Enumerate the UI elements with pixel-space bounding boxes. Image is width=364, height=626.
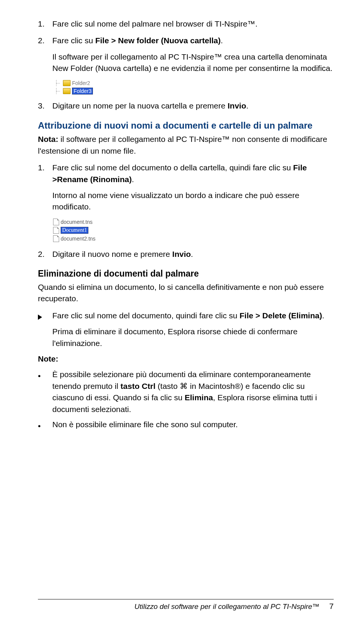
step-description: Il software per il collegamento al PC TI… (52, 51, 334, 74)
step-body: Digitare un nome per la nuova cartella e… (52, 100, 334, 112)
menu-path: File > Delete (Elimina) (240, 311, 322, 320)
key-name: Invio (172, 250, 191, 258)
document-label: document2.tns (61, 236, 96, 242)
bullet-body: Fare clic sul nome del documento, quindi… (52, 310, 334, 349)
document-icon (53, 227, 59, 234)
bullet-body: Non è possibile eliminare file che sono … (52, 419, 334, 432)
folder-icon (63, 80, 71, 86)
command-name: Elimina (185, 393, 213, 402)
dot-bullet-icon (38, 419, 52, 432)
step-text: . (246, 101, 248, 110)
step-text: Digitare il nuovo nome e premere (52, 250, 172, 258)
bullet-description: Prima di eliminare il documento, Esplora… (52, 326, 334, 349)
folder-label: Folder2 (72, 80, 90, 86)
step-text: . (132, 175, 134, 184)
note-prefix: Nota: (38, 135, 58, 143)
step-text: Fare clic su (52, 36, 95, 45)
page-footer: Utilizzo del software per il collegament… (38, 599, 334, 611)
heading-rename: Attribuzione di nuovi nomi a documenti e… (38, 120, 334, 131)
tree-connector-icon (53, 80, 61, 86)
step-number: 1. (38, 18, 52, 30)
delete-bullet: Fare clic sul nome del documento, quindi… (38, 310, 334, 349)
step-body: Fare clic sul nome del documento o della… (52, 162, 334, 213)
tree-connector-icon (53, 88, 61, 94)
step-body: Fare clic sul nome del palmare nel brows… (52, 18, 334, 30)
triangle-bullet-icon (38, 310, 52, 349)
document-icon (53, 219, 59, 225)
menu-path: File > New folder (Nuova cartella) (95, 36, 221, 45)
document-label: document.tns (61, 219, 93, 225)
step-text: Digitare un nome per la nuova cartella e… (52, 101, 228, 110)
step-body: Fare clic su File > New folder (Nuova ca… (52, 35, 334, 74)
notes-label: Note: (38, 354, 334, 363)
bullet-text: Fare clic sul nome del documento, quindi… (52, 311, 240, 320)
step-number: 1. (38, 162, 52, 213)
step-number: 2. (38, 249, 52, 260)
note-bullet-1: È possibile selezionare più documenti da… (38, 369, 334, 415)
document-label-selected: Document1 (61, 227, 88, 234)
key-name: Invio (228, 101, 246, 110)
folder-icon (63, 88, 71, 94)
document-list-screenshot: document.tns Document1 document2.tns (52, 218, 334, 242)
folder-label-selected: Folder3 (72, 88, 93, 94)
bullet-body: È possibile selezionare più documenti da… (52, 369, 334, 415)
note-text: (tasto (155, 382, 180, 390)
step-text: . (221, 36, 223, 45)
note-rename: Nota: il software per il collegamento al… (38, 134, 334, 157)
note-text: Non è possibile eliminare file che sono … (52, 419, 334, 430)
step-text: Fare clic sul nome del documento o della… (52, 163, 293, 172)
heading-delete: Eliminazione di documenti dal palmare (38, 268, 334, 279)
note-text: il software per il collegamento al PC TI… (38, 135, 327, 155)
note-bullet-2: Non è possibile eliminare file che sono … (38, 419, 334, 432)
step-3: 3. Digitare un nome per la nuova cartell… (38, 100, 334, 112)
command-key-symbol: ⌘ (180, 382, 188, 390)
folder-tree-screenshot: Folder2 Folder3 (52, 80, 334, 95)
step-description: Intorno al nome viene visualizzato un bo… (52, 190, 334, 213)
step-body: Digitare il nuovo nome e premere Invio. (52, 249, 334, 260)
rename-step-1: 1. Fare clic sul nome del documento o de… (38, 162, 334, 213)
footer-title: Utilizzo del software per il collegament… (134, 602, 319, 611)
key-name: tasto Ctrl (121, 382, 155, 390)
step-1: 1. Fare clic sul nome del palmare nel br… (38, 18, 334, 30)
page-number: 7 (329, 602, 334, 611)
document-icon (53, 235, 59, 242)
document-page: { "list1": { "items": [ { "num": "1.", "… (0, 0, 364, 626)
bullet-text: . (322, 311, 324, 320)
rename-step-2: 2. Digitare il nuovo nome e premere Invi… (38, 249, 334, 260)
step-2: 2. Fare clic su File > New folder (Nuova… (38, 35, 334, 74)
step-text: . (191, 250, 193, 258)
step-number: 3. (38, 100, 52, 112)
dot-bullet-icon (38, 369, 52, 415)
delete-intro: Quando si elimina un documento, lo si ca… (38, 282, 334, 305)
step-text: Fare clic sul nome del palmare nel brows… (52, 19, 257, 28)
step-number: 2. (38, 35, 52, 74)
